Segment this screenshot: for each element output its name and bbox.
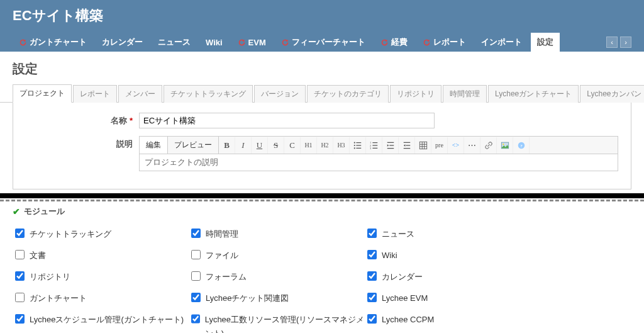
module-label[interactable]: チケットトラッキング — [30, 227, 111, 241]
main-tab-label: レポート — [433, 37, 466, 48]
project-title: ECサイト構築 — [13, 6, 631, 33]
tabs-next-button[interactable]: › — [620, 37, 631, 48]
page-title: 設定 — [0, 52, 644, 84]
module-label[interactable]: Lycheeスケジュール管理(ガントチャート) — [30, 313, 184, 327]
module-checkbox[interactable] — [367, 314, 377, 324]
module-label[interactable]: Lychee CCPM — [382, 313, 434, 327]
sub-tab[interactable]: 時間管理 — [443, 85, 487, 103]
sub-tab[interactable]: チケットのカテゴリ — [307, 85, 389, 103]
sub-tab[interactable]: レポート — [73, 85, 117, 103]
module-checkbox[interactable] — [191, 314, 200, 324]
more-button[interactable]: ⋯ — [464, 137, 480, 154]
main-tab[interactable]: レポート — [416, 33, 472, 52]
module-item: 時間管理 — [191, 225, 367, 244]
table-button[interactable] — [415, 137, 431, 154]
refresh-icon — [238, 38, 246, 47]
svg-point-2 — [353, 144, 355, 145]
module-item: フォーラム — [191, 268, 367, 286]
refresh-icon — [281, 38, 289, 47]
module-checkbox[interactable] — [15, 314, 25, 324]
outdent-button[interactable] — [382, 137, 399, 154]
module-label[interactable]: 時間管理 — [206, 227, 238, 241]
module-checkbox[interactable] — [191, 293, 201, 302]
sub-tab[interactable]: リポジトリ — [390, 85, 441, 103]
module-checkbox[interactable] — [15, 229, 25, 238]
svg-rect-13 — [389, 145, 394, 145]
module-label[interactable]: ガントチャート — [30, 291, 87, 305]
editor-tab-preview[interactable]: プレビュー — [168, 137, 219, 154]
main-tab[interactable]: ニュース — [152, 33, 197, 52]
module-checkbox[interactable] — [367, 229, 377, 238]
main-tab[interactable]: インポート — [475, 33, 528, 52]
name-input[interactable] — [139, 113, 435, 128]
module-item: ファイル — [191, 246, 367, 265]
main-tab-label: フィーバーチャート — [292, 37, 365, 48]
bold-button[interactable]: B — [219, 137, 235, 154]
module-label[interactable]: ニュース — [382, 227, 414, 241]
main-tab[interactable]: カレンダー — [96, 33, 149, 52]
editor-tab-edit[interactable]: 編集 — [140, 137, 168, 154]
module-checkbox[interactable] — [367, 293, 377, 302]
refresh-icon — [380, 38, 389, 47]
sub-tab[interactable]: メンバー — [118, 85, 162, 103]
module-label[interactable]: フォーラム — [206, 270, 247, 284]
module-checkbox[interactable] — [367, 250, 377, 259]
module-label[interactable]: 文書 — [30, 249, 46, 262]
ol-button[interactable]: 123 — [366, 137, 382, 154]
main-tab[interactable]: 経費 — [374, 33, 414, 52]
sub-tab[interactable]: バージョン — [254, 85, 306, 103]
main-tab[interactable]: フィーバーチャート — [275, 33, 372, 52]
sub-tab[interactable]: チケットトラッキング — [164, 85, 253, 103]
main-tab-label: 設定 — [537, 37, 553, 48]
module-item: Lychee CCPM — [367, 310, 543, 333]
strike-button[interactable]: S — [268, 137, 284, 154]
sub-tab[interactable]: Lycheeガントチャート — [488, 85, 579, 103]
module-item: リポジトリ — [15, 268, 191, 286]
module-label[interactable]: カレンダー — [382, 270, 423, 284]
italic-button[interactable]: I — [235, 137, 252, 154]
help-button[interactable]: ? — [513, 137, 530, 154]
module-checkbox[interactable] — [15, 293, 25, 302]
image-button[interactable] — [497, 137, 513, 154]
main-tab[interactable]: ガントチャート — [13, 33, 93, 52]
desc-textarea[interactable]: プロジェクトの説明 — [139, 154, 618, 171]
module-checkbox[interactable] — [15, 271, 25, 281]
module-checkbox[interactable] — [15, 250, 25, 259]
module-label[interactable]: ファイル — [206, 249, 238, 262]
svg-rect-11 — [372, 147, 377, 148]
sub-tab[interactable]: プロジェクト — [13, 84, 72, 103]
module-label[interactable]: Lycheeチケット関連図 — [206, 291, 289, 305]
pre-button[interactable]: pre — [431, 137, 448, 154]
svg-text:?: ? — [520, 143, 523, 148]
module-item: Lycheeチケット関連図 — [191, 289, 367, 308]
module-checkbox[interactable] — [191, 250, 201, 259]
code-button[interactable]: C — [284, 137, 301, 154]
underline-button[interactable]: U — [252, 137, 268, 154]
module-checkbox[interactable] — [191, 229, 201, 238]
sub-tab[interactable]: Lycheeカンバン — [580, 85, 644, 103]
module-label[interactable]: Wiki — [382, 249, 397, 262]
ul-button[interactable] — [350, 137, 366, 154]
main-tab[interactable]: EVM — [231, 34, 272, 51]
indent-button[interactable] — [399, 137, 415, 154]
module-label[interactable]: Lychee EVM — [382, 291, 428, 305]
h3-button[interactable]: H3 — [333, 137, 350, 154]
module-item: チケットトラッキング — [15, 225, 191, 244]
codeblock-button[interactable]: <> — [448, 137, 464, 154]
sub-tabs: プロジェクトレポートメンバーチケットトラッキングバージョンチケットのカテゴリリポ… — [0, 84, 644, 103]
module-item: カレンダー — [367, 268, 543, 286]
module-label[interactable]: Lychee工数リソース管理(リソースマネジメント) — [205, 313, 367, 333]
svg-rect-1 — [356, 142, 361, 143]
h2-button[interactable]: H2 — [317, 137, 333, 154]
h1-button[interactable]: H1 — [301, 137, 317, 154]
main-tab[interactable]: Wiki — [199, 34, 229, 51]
svg-point-4 — [353, 147, 355, 149]
link-button[interactable] — [480, 137, 497, 154]
module-item: Lychee EVM — [367, 289, 543, 308]
module-item: Wiki — [367, 246, 543, 265]
main-tab[interactable]: 設定 — [531, 33, 560, 52]
tabs-prev-button[interactable]: ‹ — [606, 37, 618, 48]
module-checkbox[interactable] — [367, 271, 377, 281]
module-label[interactable]: リポジトリ — [30, 270, 70, 284]
module-checkbox[interactable] — [191, 271, 201, 281]
